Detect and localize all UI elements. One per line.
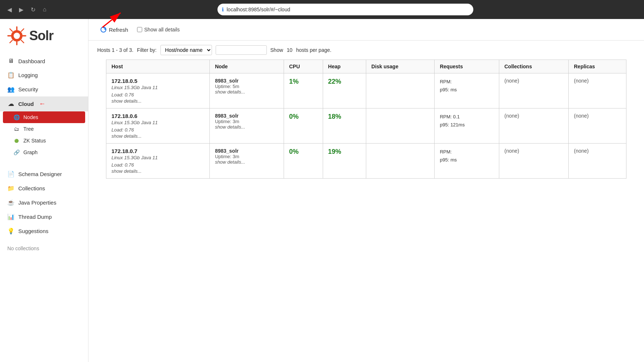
java-icon: ☕ (7, 199, 15, 206)
sidebar-sub-label-zk: ZK Status (23, 138, 46, 144)
sidebar-item-label-dashboard: Dashboard (18, 58, 45, 64)
browser-chrome: ◀ ▶ ↻ ⌂ ℹ localhost:8985/solr/#/~cloud (0, 0, 644, 19)
show-details-link-2[interactable]: show details... (111, 133, 204, 139)
nodes-icon: 🌐 (13, 114, 20, 120)
host-load-1: Load: 0.76 (111, 91, 204, 99)
sidebar-item-label-cloud: Cloud (18, 101, 34, 107)
table-body: 172.18.0.5 Linux 15.3Gb Java 11 Load: 0.… (106, 73, 626, 179)
schema-icon: 📄 (7, 171, 15, 178)
table-row: 172.18.0.6 Linux 15.3Gb Java 11 Load: 0.… (106, 108, 626, 144)
requests-cell-2: RPM: 0.1 p95: 121ms (435, 108, 499, 144)
sidebar-item-graph[interactable]: 🔗 Graph (0, 146, 88, 158)
host-cell-1: 172.18.0.5 Linux 15.3Gb Java 11 Load: 0.… (106, 73, 210, 108)
filter-bar: Hosts 1 - 3 of 3. Filter by: Host/node n… (88, 41, 644, 60)
show-details-checkbox[interactable] (137, 27, 142, 32)
host-cell-3: 172.18.0.7 Linux 15.3Gb Java 11 Load: 0.… (106, 144, 210, 179)
sidebar-item-nodes[interactable]: 🌐 Nodes (3, 111, 85, 123)
collections-cell-3: (none) (499, 144, 569, 179)
solr-logo-icon (7, 26, 26, 45)
sidebar-item-zk-status[interactable]: 🟢 ZK Status (0, 135, 88, 146)
no-collections-text: No collections (0, 241, 88, 256)
collections-cell-2: (none) (499, 108, 569, 144)
cpu-cell-1: 1% (284, 73, 323, 108)
col-node: Node (210, 60, 284, 73)
cpu-cell-2: 0% (284, 108, 323, 144)
col-heap: Heap (323, 60, 366, 73)
requests-cell-3: RPM: p95: ms (435, 144, 499, 179)
replicas-val-2: (none) (574, 113, 588, 119)
collections-icon: 📁 (7, 185, 15, 192)
replicas-val-3: (none) (574, 148, 588, 154)
host-os-1: Linux 15.3Gb Java 11 (111, 84, 204, 91)
sidebar-item-cloud[interactable]: ☁ Cloud ← (0, 96, 88, 111)
show-label: Show (270, 47, 283, 53)
svg-line-8 (10, 29, 12, 31)
show-details-label[interactable]: Show all details (137, 27, 180, 33)
sidebar-item-security[interactable]: 👥 Security (0, 82, 88, 96)
sidebar: Solr 🖥 Dashboard 📋 Logging 👥 Security ☁ … (0, 19, 88, 362)
node-details-link-3[interactable]: show details... (215, 159, 279, 165)
cpu-val-3: 0% (289, 148, 299, 155)
refresh-button[interactable]: Refresh (97, 25, 131, 34)
show-details-link-1[interactable]: show details... (111, 98, 204, 104)
cloud-icon: ☁ (7, 100, 15, 107)
graph-icon: 🔗 (13, 149, 20, 155)
col-replicas: Replicas (569, 60, 626, 73)
suggestions-icon: 💡 (7, 228, 15, 235)
node-name-3: 8983_solr (215, 148, 279, 154)
sidebar-item-thread-dump[interactable]: 📊 Thread Dump (0, 210, 88, 224)
disk-cell-1 (366, 73, 435, 108)
home-button[interactable]: ⌂ (41, 6, 48, 13)
url-text: localhost:8985/solr/#/~cloud (227, 7, 290, 12)
security-nav-icon: 👥 (7, 86, 15, 93)
forward-button[interactable]: ▶ (18, 6, 25, 13)
host-load-3: Load: 0.76 (111, 161, 204, 169)
collections-val-1: (none) (504, 78, 519, 84)
filter-by-select[interactable]: Host/node name Status (160, 45, 212, 55)
address-bar[interactable]: ℹ localhost:8985/solr/#/~cloud (217, 4, 473, 15)
node-cell-3: 8983_solr Uptime: 3m show details... (210, 144, 284, 179)
reload-button[interactable]: ↻ (29, 6, 37, 13)
show-details-link-3[interactable]: show details... (111, 168, 204, 174)
node-cell-1: 8983_solr Uptime: 5m show details... (210, 73, 284, 108)
requests-rpm-1: RPM: (440, 78, 494, 86)
sidebar-item-schema-designer[interactable]: 📄 Schema Designer (0, 167, 88, 181)
disk-cell-3 (366, 144, 435, 179)
sidebar-sub-label-tree: Tree (23, 126, 34, 132)
svg-line-10 (21, 29, 24, 31)
heap-val-1: 22% (328, 78, 341, 85)
sidebar-item-logging[interactable]: 📋 Logging (0, 68, 88, 82)
node-details-link-2[interactable]: show details... (215, 124, 279, 130)
collections-val-2: (none) (504, 113, 519, 119)
requests-p95-2: p95: 121ms (440, 121, 494, 129)
sidebar-top-nav: 🖥 Dashboard 📋 Logging 👥 Security ☁ Cloud… (0, 51, 88, 161)
sidebar-item-suggestions[interactable]: 💡 Suggestions (0, 224, 88, 238)
sidebar-item-dashboard[interactable]: 🖥 Dashboard (0, 54, 88, 68)
filter-input[interactable] (216, 45, 267, 55)
refresh-label: Refresh (109, 27, 128, 33)
col-cpu: CPU (284, 60, 323, 73)
table-row: 172.18.0.5 Linux 15.3Gb Java 11 Load: 0.… (106, 73, 626, 108)
dashboard-icon: 🖥 (7, 58, 15, 64)
node-cell-2: 8983_solr Uptime: 3m show details... (210, 108, 284, 144)
requests-p95-1: p95: ms (440, 86, 494, 94)
sidebar-item-tree[interactable]: 🗂 Tree (0, 123, 88, 135)
sidebar-item-collections[interactable]: 📁 Collections (0, 181, 88, 195)
table-wrapper: Host Node CPU Heap Disk usage Requests C… (88, 60, 644, 179)
node-details-link-1[interactable]: show details... (215, 89, 279, 95)
main-content: Refresh Show all details Hosts 1 - 3 of … (88, 19, 644, 362)
node-name-2: 8983_solr (215, 113, 279, 119)
tree-icon: 🗂 (13, 126, 20, 132)
sidebar-item-label-thread-dump: Thread Dump (18, 214, 52, 220)
filter-by-text: Filter by: (137, 47, 157, 53)
zk-icon: 🟢 (13, 139, 20, 143)
replicas-cell-2: (none) (569, 108, 626, 144)
host-ip-1: 172.18.0.5 (111, 78, 204, 84)
security-icon: ℹ (222, 7, 224, 12)
sidebar-sub-label-graph: Graph (23, 149, 38, 155)
sidebar-item-label-collections: Collections (18, 185, 45, 191)
host-ip-2: 172.18.0.6 (111, 113, 204, 119)
host-load-2: Load: 0.76 (111, 126, 204, 134)
sidebar-item-java-properties[interactable]: ☕ Java Properties (0, 195, 88, 210)
back-button[interactable]: ◀ (6, 6, 13, 13)
